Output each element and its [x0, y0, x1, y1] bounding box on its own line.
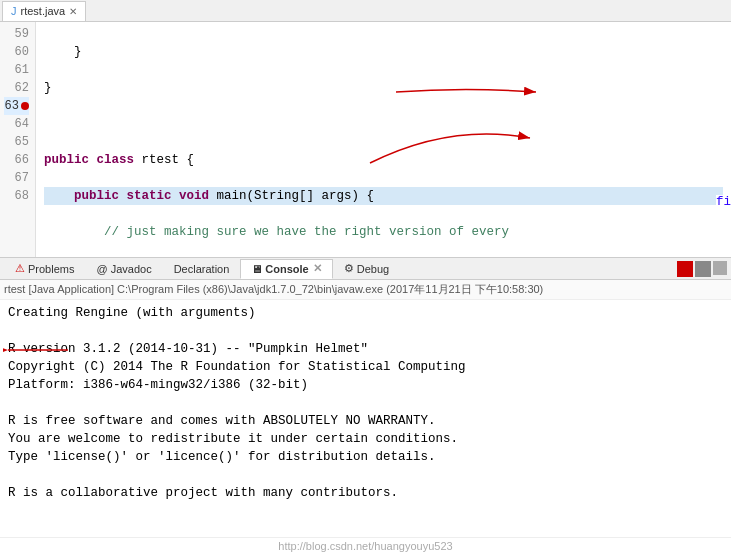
console-output[interactable]: Creating Rengine (with arguments) R vers… [0, 300, 731, 537]
tab-file-icon: J [11, 5, 17, 17]
code-line: public class rtest { [44, 151, 723, 169]
close-tab-icon[interactable]: ✕ [69, 6, 77, 17]
bottom-tab-bar: ⚠ Problems @ Javadoc Declaration 🖥 Conso… [0, 258, 731, 280]
stop-button[interactable] [677, 261, 693, 277]
tab-problems[interactable]: ⚠ Problems [4, 259, 85, 279]
watermark: http://blog.csdn.net/huangyouyu523 [0, 537, 731, 554]
tab-debug[interactable]: ⚙ Debug [333, 259, 400, 279]
tab-console[interactable]: 🖥 Console ✕ [240, 259, 332, 279]
code-line: } [44, 43, 723, 61]
console-header-text: rtest [Java Application] C:\Program File… [4, 283, 543, 295]
editor-tab-bar: J rtest.java ✕ [0, 0, 731, 22]
code-line: // just making sure we have the right ve… [44, 223, 723, 241]
console-blank [8, 394, 723, 412]
problems-icon: ⚠ [15, 262, 25, 275]
minimize-console-button[interactable] [713, 261, 727, 275]
line-num: 61 [4, 61, 29, 79]
tab-console-label: Console [265, 263, 308, 275]
tab-debug-label: Debug [357, 263, 389, 275]
line-num: 67 [4, 169, 29, 187]
console-line: You are welcome to redistribute it under… [8, 430, 723, 448]
tab-problems-label: Problems [28, 263, 74, 275]
console-line: R is a collaborative project with many c… [8, 484, 723, 502]
line-num: 66 [4, 151, 29, 169]
line-num: 59 [4, 25, 29, 43]
close-console-button[interactable] [695, 261, 711, 277]
console-blank [8, 322, 723, 340]
line-num: 65 [4, 133, 29, 151]
code-area: 59 60 61 62 63 64 65 66 67 68 } } public… [0, 22, 731, 258]
console-line: R version 3.1.2 (2014-10-31) -- "Pumpkin… [8, 340, 723, 358]
console-blank [8, 466, 723, 484]
console-line: Creating Rengine (with arguments) [8, 304, 723, 322]
console-line: Platform: i386-w64-mingw32/i386 (32-bit) [8, 376, 723, 394]
line-num: 68 [4, 187, 29, 205]
code-line [44, 115, 723, 133]
debug-icon: ⚙ [344, 262, 354, 275]
watermark-text: http://blog.csdn.net/huangyouyu523 [278, 540, 452, 552]
code-line-highlight: public static void main(String[] args) { [44, 187, 723, 205]
tab-declaration[interactable]: Declaration [163, 259, 241, 279]
editor-tab-label: rtest.java [21, 5, 66, 17]
tab-javadoc[interactable]: @ Javadoc [85, 259, 162, 279]
console-icon: 🖥 [251, 263, 262, 275]
line-num-highlight: 63 [4, 97, 29, 115]
code-content[interactable]: } } public class rtest { public static v… [36, 22, 731, 258]
code-line: } [44, 79, 723, 97]
console-line: Copyright (C) 2014 The R Foundation for … [8, 358, 723, 376]
line-num: 62 [4, 79, 29, 97]
fi-text: fi [716, 195, 731, 209]
console-line: R is free software and comes with ABSOLU… [8, 412, 723, 430]
console-line: Type 'license()' or 'licence()' for dist… [8, 448, 723, 466]
editor-area: J rtest.java ✕ 59 60 61 62 63 64 65 66 6… [0, 0, 731, 258]
tab-separator: ✕ [313, 262, 322, 275]
bottom-panel: ⚠ Problems @ Javadoc Declaration 🖥 Conso… [0, 258, 731, 554]
line-numbers: 59 60 61 62 63 64 65 66 67 68 [0, 22, 36, 258]
tab-javadoc-label: @ Javadoc [96, 263, 151, 275]
console-header: rtest [Java Application] C:\Program File… [0, 280, 731, 300]
line-num: 60 [4, 43, 29, 61]
arrow-annotation-1 [386, 82, 546, 132]
tab-declaration-label: Declaration [174, 263, 230, 275]
bottom-tab-icons [677, 261, 731, 277]
line-num: 64 [4, 115, 29, 133]
editor-tab[interactable]: J rtest.java ✕ [2, 1, 86, 21]
arrow-annotation-2 [3, 342, 73, 358]
